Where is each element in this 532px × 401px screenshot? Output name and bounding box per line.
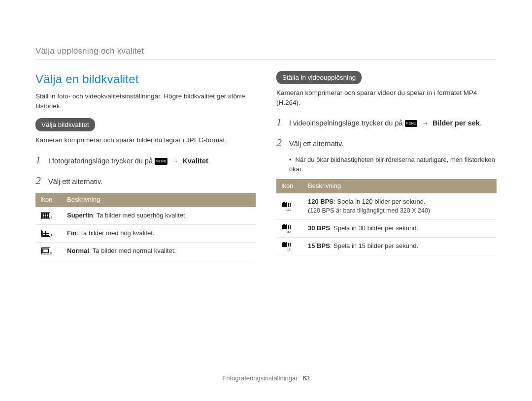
table-header-desc: Beskrivning bbox=[62, 193, 256, 207]
desc-text: : Spela in 30 bilder per sekund. bbox=[330, 224, 418, 232]
step-bold: Bilder per sek bbox=[432, 119, 480, 127]
step-item: 1 I fotograferingsläge trycker du på MEN… bbox=[35, 152, 256, 168]
svg-rect-25 bbox=[284, 202, 285, 203]
svg-rect-34 bbox=[288, 225, 289, 229]
cell-desc: 30 BPS: Spela in 30 bilder per sekund. bbox=[303, 220, 497, 238]
quality-superfine-icon: F bbox=[40, 211, 53, 220]
left-paragraph: Kameran komprimerar och sparar bilder du… bbox=[35, 135, 256, 145]
svg-rect-26 bbox=[286, 202, 287, 203]
footer: Fotograferingsinställningar 63 bbox=[0, 374, 532, 383]
step-item: 1 I videoinspelningsläge trycker du på M… bbox=[276, 114, 497, 130]
desc-text: : Ta bilder med superhög kvalitet. bbox=[93, 212, 187, 219]
cell-icon: 15 bbox=[276, 238, 303, 255]
desc-text: : Ta bilder med hög kvalitet. bbox=[77, 229, 155, 237]
sub-bullet: När du ökar bildhastigheten blir rörelse… bbox=[289, 155, 497, 174]
svg-rect-4 bbox=[47, 214, 48, 215]
svg-rect-16 bbox=[43, 234, 45, 235]
step-number: 1 bbox=[276, 114, 289, 130]
desc-title: 15 BPS bbox=[308, 242, 330, 249]
cell-desc: Superfin: Ta bilder med superhög kvalite… bbox=[62, 207, 256, 224]
menu-icon: MENU bbox=[155, 158, 167, 165]
svg-text:F: F bbox=[51, 216, 52, 219]
cell-icon: F bbox=[35, 225, 62, 243]
intro-paragraph: Ställ in foto- och videokvalitetsinställ… bbox=[35, 92, 256, 111]
svg-rect-37 bbox=[282, 243, 287, 247]
svg-text:15: 15 bbox=[287, 248, 291, 251]
step-number: 1 bbox=[35, 152, 48, 168]
svg-rect-10 bbox=[47, 216, 48, 217]
footer-label: Fotograferingsinställningar bbox=[222, 374, 298, 382]
svg-rect-23 bbox=[282, 203, 287, 207]
step-number: 2 bbox=[276, 135, 289, 151]
desc-title: 120 BPS bbox=[308, 198, 333, 205]
svg-rect-21 bbox=[43, 249, 48, 252]
svg-rect-3 bbox=[45, 214, 46, 215]
right-column: Ställa in videoupplösning Kameran kompri… bbox=[276, 71, 497, 260]
step-text: I fotograferingsläge trycker du på MENU … bbox=[48, 156, 210, 166]
svg-rect-17 bbox=[46, 234, 49, 235]
cell-icon: N bbox=[35, 243, 62, 260]
svg-rect-30 bbox=[282, 225, 287, 229]
table-header-desc: Beskrivning bbox=[303, 179, 497, 193]
section-title: Välja en bildkvalitet bbox=[35, 71, 256, 88]
quality-normal-icon: N bbox=[40, 247, 53, 256]
svg-rect-41 bbox=[288, 243, 289, 247]
step-item: 2 Välj ett alternativ. bbox=[35, 173, 256, 188]
left-table: Ikon Beskrivning F Superfin: Ta bilder m… bbox=[35, 193, 256, 260]
table-header-icon: Ikon bbox=[35, 193, 62, 207]
svg-rect-28 bbox=[290, 203, 291, 207]
menu-icon: MENU bbox=[405, 120, 418, 127]
cell-desc: Normal: Ta bilder med normal kvalitet. bbox=[62, 243, 256, 260]
svg-text:120: 120 bbox=[286, 208, 292, 211]
step-text: Välj ett alternativ. bbox=[289, 139, 343, 149]
svg-rect-35 bbox=[290, 225, 291, 229]
arrow-icon: → bbox=[169, 157, 181, 165]
left-pill: Välja bildkvalitet bbox=[35, 118, 95, 132]
svg-rect-7 bbox=[47, 215, 48, 216]
step-bold: Kvalitet bbox=[182, 157, 208, 165]
desc-text: : Spela in 15 bilder per sekund. bbox=[330, 242, 418, 249]
cell-icon: 120 bbox=[276, 193, 303, 220]
desc-text: : Ta bilder med normal kvalitet. bbox=[89, 247, 176, 254]
svg-rect-32 bbox=[284, 224, 285, 225]
fps-15-icon: 15 bbox=[281, 242, 294, 251]
step-text: I videoinspelningsläge trycker du på MEN… bbox=[289, 118, 482, 128]
svg-rect-38 bbox=[283, 242, 284, 243]
svg-rect-24 bbox=[283, 202, 284, 203]
right-table: Ikon Beskrivning 120 120 BPS: Spela in 1… bbox=[276, 179, 497, 255]
page: Välja upplösning och kvalitet Välja en b… bbox=[0, 0, 532, 260]
svg-rect-8 bbox=[43, 216, 44, 217]
step-item: 2 Välj ett alternativ. bbox=[276, 135, 497, 151]
svg-rect-15 bbox=[46, 231, 49, 233]
svg-rect-31 bbox=[283, 224, 284, 225]
step-tail: . bbox=[480, 119, 482, 127]
page-number: 63 bbox=[302, 374, 309, 382]
table-row: 30 30 BPS: Spela in 30 bilder per sekund… bbox=[276, 220, 497, 238]
right-pill: Ställa in videoupplösning bbox=[276, 71, 362, 85]
svg-rect-6 bbox=[45, 215, 46, 216]
svg-text:N: N bbox=[50, 251, 52, 255]
svg-rect-33 bbox=[286, 224, 287, 225]
right-paragraph: Kameran komprimerar och sparar videor du… bbox=[276, 88, 497, 107]
table-row: N Normal: Ta bilder med normal kvalitet. bbox=[35, 243, 256, 260]
table-row: 15 15 BPS: Spela in 15 bilder per sekund… bbox=[276, 238, 497, 255]
cell-icon: 30 bbox=[276, 220, 303, 238]
desc-title: Superfin bbox=[67, 212, 93, 219]
desc-title: 30 BPS bbox=[308, 224, 330, 232]
cell-desc: 120 BPS: Spela in 120 bilder per sekund.… bbox=[303, 193, 497, 220]
quality-fine-icon: F bbox=[40, 229, 53, 238]
desc-text: : Spela in 120 bilder per sekund. bbox=[333, 198, 425, 205]
svg-rect-39 bbox=[284, 242, 285, 243]
sub-bullets: När du ökar bildhastigheten blir rörelse… bbox=[276, 155, 497, 174]
cell-desc: 15 BPS: Spela in 15 bilder per sekund. bbox=[303, 238, 497, 255]
svg-rect-9 bbox=[45, 216, 46, 217]
step-pre: I videoinspelningsläge trycker du på bbox=[289, 119, 405, 127]
left-steps: 1 I fotograferingsläge trycker du på MEN… bbox=[35, 152, 256, 188]
columns: Välja en bildkvalitet Ställ in foto- och… bbox=[35, 71, 497, 260]
svg-rect-40 bbox=[286, 242, 287, 243]
breadcrumb: Välja upplösning och kvalitet bbox=[35, 45, 497, 58]
step-pre: I fotograferingsläge trycker du på bbox=[48, 157, 155, 165]
svg-rect-42 bbox=[290, 243, 291, 247]
left-column: Välja en bildkvalitet Ställ in foto- och… bbox=[35, 71, 256, 260]
step-text: Välj ett alternativ. bbox=[48, 177, 102, 187]
